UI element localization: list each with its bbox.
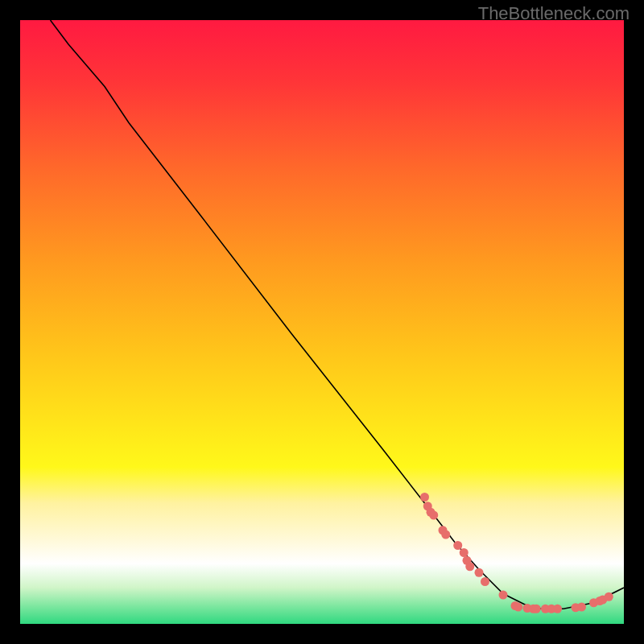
data-marker: [475, 568, 484, 577]
data-marker: [499, 591, 508, 600]
data-marker: [460, 548, 469, 557]
chart-svg: [20, 20, 624, 624]
data-marker: [429, 511, 438, 520]
data-marker: [553, 605, 562, 613]
watermark-text: TheBottleneck.com: [478, 3, 630, 24]
data-marker: [514, 603, 522, 612]
data-marker: [453, 541, 462, 550]
data-marker: [465, 562, 474, 571]
data-marker: [420, 493, 429, 502]
data-marker: [577, 603, 586, 612]
data-marker: [605, 592, 613, 601]
data-marker: [441, 530, 450, 539]
chart-container: [20, 20, 624, 624]
data-marker: [532, 605, 541, 613]
chart-background: [20, 20, 624, 624]
data-marker: [481, 577, 489, 586]
